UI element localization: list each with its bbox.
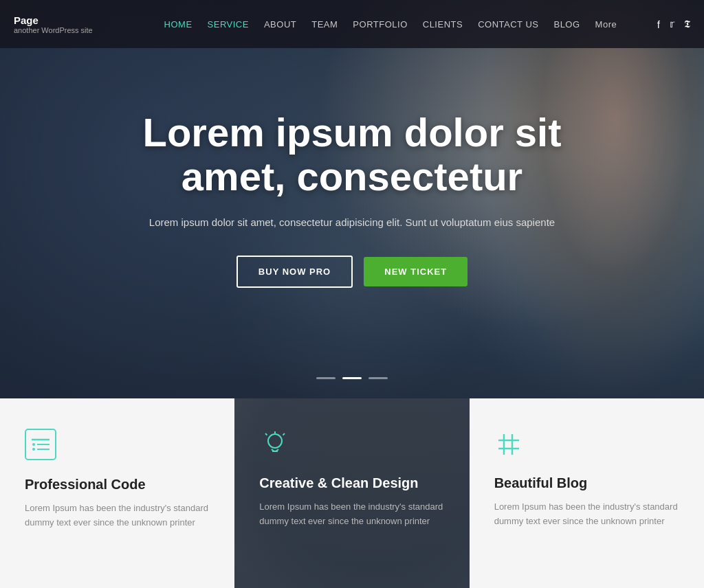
site-subtitle: another WordPress site (14, 26, 124, 34)
service-creative-design: Creative & Clean Design Lorem Ipsum has … (234, 398, 469, 588)
service-professional-code: Professional Code Lorem Ipsum has been t… (0, 398, 234, 588)
nav-team[interactable]: TEAM (311, 19, 338, 30)
hero-content: Lorem ipsum dolor sit amet, consectetur … (84, 111, 620, 289)
nav-contact[interactable]: CONTACT US (478, 19, 538, 30)
svg-line-9 (265, 433, 267, 436)
nav-brand: Page another WordPress site (14, 14, 124, 34)
hero-dot-3[interactable] (368, 377, 388, 379)
service-beautiful-blog: Beautiful Blog Lorem Ipsum has been the … (470, 398, 704, 588)
svg-point-2 (32, 443, 35, 446)
nav-links: HOME SERVICE ABOUT TEAM PORTFOLIO CLIENT… (124, 19, 657, 30)
bulb-icon (259, 429, 291, 460)
service-3-title: Beautiful Blog (494, 475, 679, 491)
site-name: Page (14, 14, 124, 26)
nav-more[interactable]: More (595, 19, 617, 30)
service-1-text: Lorem Ipsum has been the industry's stan… (25, 501, 210, 530)
hero-dot-1[interactable] (316, 377, 336, 379)
hero-buttons: BUY NOW PRO NEW TICKET (111, 256, 593, 288)
hero-subtitle: Lorem ipsum dolor sit amet, consectetur … (111, 214, 593, 231)
hero-title: Lorem ipsum dolor sit amet, consectetur (111, 111, 593, 199)
services-section: Professional Code Lorem Ipsum has been t… (0, 398, 704, 588)
buy-now-pro-button[interactable]: BUY NOW PRO (236, 256, 353, 288)
nav-home[interactable]: HOME (164, 19, 192, 30)
service-2-title: Creative & Clean Design (259, 475, 444, 491)
hero-section: Lorem ipsum dolor sit amet, consectetur … (0, 0, 704, 398)
hero-dot-2[interactable] (342, 377, 362, 379)
hero-dots (316, 377, 388, 379)
svg-point-6 (268, 434, 282, 448)
service-2-text: Lorem Ipsum has been the industry's stan… (259, 499, 444, 529)
facebook-icon[interactable]: f (657, 19, 660, 30)
list-icon (25, 429, 56, 460)
hash-icon (494, 429, 526, 460)
pinterest-icon[interactable]: 𝕿 (684, 18, 690, 30)
new-ticket-button[interactable]: NEW TICKET (364, 257, 468, 286)
twitter-icon[interactable]: 𝕣 (670, 18, 674, 30)
nav-clients[interactable]: CLIENTS (423, 19, 463, 30)
svg-line-10 (283, 433, 285, 436)
service-1-title: Professional Code (25, 477, 210, 493)
nav-service[interactable]: SERVICE (208, 19, 249, 30)
service-3-text: Lorem Ipsum has been the industry's stan… (494, 499, 679, 529)
nav-portfolio[interactable]: PORTFOLIO (353, 19, 407, 30)
svg-point-4 (32, 448, 35, 451)
nav-blog[interactable]: BLOG (553, 19, 580, 30)
nav-social: f 𝕣 𝕿 (657, 18, 690, 30)
nav-about[interactable]: ABOUT (264, 19, 296, 30)
navbar: Page another WordPress site HOME SERVICE… (0, 0, 704, 48)
